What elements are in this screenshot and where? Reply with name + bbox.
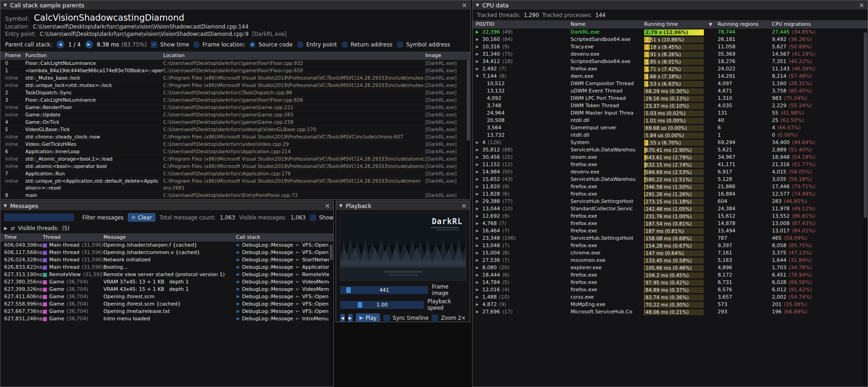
sync-timeline-checkbox[interactable]: Sync timeline bbox=[383, 315, 428, 321]
collapse-icon[interactable]: ▼ bbox=[4, 203, 7, 208]
expand-arrow-icon[interactable]: ▶ bbox=[476, 191, 480, 198]
zoom-2x-checkbox[interactable]: Zoom 2× bbox=[432, 315, 466, 321]
show-frame-checkbox[interactable]: Show frame bbox=[310, 214, 333, 221]
message-callstack[interactable]: ≡DebugLog::Message←VFS::Open bbox=[236, 308, 333, 315]
message-callstack[interactable]: ≡DebugLog::Message←RemoteViev bbox=[236, 271, 333, 278]
expand-arrow-icon[interactable]: ▶ bbox=[476, 257, 480, 264]
callstack-frame-row[interactable]: 7Application::RunC:\Users\wolf\Desktop\d… bbox=[0, 170, 470, 178]
callstack-frame-row[interactable]: inlinestd::chrono::steady_clock::nowC:\P… bbox=[0, 133, 470, 141]
expand-arrow-icon[interactable]: ▶ bbox=[476, 176, 480, 183]
cpu-process-row[interactable]: ▶27,536(7)msvsmon.exe133.45 ms (0.58%)5,… bbox=[473, 257, 868, 264]
message-row[interactable]: 627,411,606nsGame(36,704)Opening /forest… bbox=[0, 293, 333, 300]
cpu-process-row[interactable]: ▶34,412(18)ScriptedSandbox64.exe1.85 s (… bbox=[473, 58, 868, 65]
cpu-process-row[interactable]: ▶13,044(10)StandardCollector.Servic242.4… bbox=[473, 205, 868, 213]
callstack-frame-row[interactable]: 6Application::InnerLoopC:\Users\wolf\Des… bbox=[0, 148, 470, 156]
column-pid-tid[interactable]: PID/TID bbox=[476, 20, 571, 29]
callstack-frame-row[interactable]: inlinestd::unique_lock<std::mutex>::lock… bbox=[0, 82, 470, 89]
cpu-process-row[interactable]: ▶8,080(20)explorer.exe105.66 ms (0.46%)4… bbox=[473, 264, 868, 271]
expand-arrow-icon[interactable]: ▶ bbox=[476, 146, 480, 154]
next-parent-button[interactable]: ▶ bbox=[85, 40, 93, 48]
radio-entry-point[interactable]: Entry point bbox=[297, 41, 337, 48]
expand-arrow-icon[interactable]: ▶ bbox=[476, 198, 480, 205]
expand-arrow-icon[interactable]: ▶ bbox=[476, 227, 480, 235]
play-button[interactable]: ▶ Play bbox=[356, 313, 380, 322]
expand-arrow-icon[interactable]: ▶ bbox=[476, 286, 480, 294]
expand-arrow-icon[interactable]: ▶ bbox=[476, 235, 480, 242]
column-running-time[interactable]: Running time ▼ bbox=[644, 20, 718, 29]
cpu-process-row[interactable]: ▶10,316(9)Tracy.exe2.18 s (9.45%)11,0585… bbox=[473, 43, 868, 51]
cpu-process-row[interactable]: ▶11,152(12)firefox.exe632.15 ms (2.74%)4… bbox=[473, 161, 868, 168]
expand-arrow-icon[interactable]: ▶ bbox=[476, 294, 480, 301]
cpu-process-row[interactable]: ▶14,984(50)devenv.exe584.69 ms (2.53%)6,… bbox=[473, 168, 868, 176]
expand-arrow-icon[interactable]: ▶ bbox=[476, 51, 480, 58]
cpu-thread-row[interactable]: 13,132uDWM Event Thread68.29 ms (0.30%)4… bbox=[473, 87, 868, 95]
playback-speed-slider[interactable]: 1.00 bbox=[340, 301, 424, 309]
cpu-thread-row[interactable]: 4,092DWM LPC Port Thread29.16 ms (0.13%)… bbox=[473, 95, 868, 102]
cpu-process-row[interactable]: ▶14,784(5)firefox.exe97.95 ms (0.42%)6,7… bbox=[473, 279, 868, 286]
expand-arrow-icon[interactable]: ▶ bbox=[476, 58, 480, 65]
cpu-process-row[interactable]: ▶1,488(10)csrss.exe83.74 ms (0.36%)3,657… bbox=[473, 294, 868, 301]
expand-arrow-icon[interactable]: ▶ bbox=[476, 271, 480, 279]
callstack-frame-row[interactable]: inlinestd::atomic<bool>::operator boolC:… bbox=[0, 163, 470, 170]
cpu-process-row[interactable]: ▶4,872(9)MsMpEng.exe70.22 ms (0.30%)5732… bbox=[473, 301, 868, 308]
visible-threads-row[interactable]: ▶ ⇄ Visible threads: (5) bbox=[0, 224, 333, 233]
close-icon[interactable]: × bbox=[462, 2, 467, 8]
cpu-process-row[interactable]: ▶15,004(8)chrome.exe147 ms (0.64%)7,1613… bbox=[473, 249, 868, 257]
radio-return-address[interactable]: Return address bbox=[342, 41, 393, 48]
expand-arrow-icon[interactable]: ▶ bbox=[476, 168, 480, 176]
message-callstack[interactable]: ≡DebugLog::Message←VFS::Open bbox=[236, 300, 333, 308]
cpu-process-row[interactable]: ▼7,144(8)dwm.exe1.66 s (7.18%)14,2918,21… bbox=[473, 73, 868, 80]
collapse-icon[interactable]: ▼ bbox=[4, 3, 7, 7]
message-row[interactable]: 626,024,328nsMain thread(31,596)Network … bbox=[0, 256, 333, 264]
column-cpu-migrations[interactable]: CPU migrations bbox=[772, 20, 868, 29]
prev-parent-button[interactable]: ◀ bbox=[57, 40, 64, 48]
message-row[interactable]: 627,667,736nsGame(36,704)Opening /meta/r… bbox=[0, 308, 333, 315]
message-callstack[interactable]: ≡DebugLog::Message←VFS::Open bbox=[236, 249, 333, 256]
collapse-arrow-icon[interactable]: ▼ bbox=[476, 73, 480, 80]
callstack-frame-row[interactable]: inlineGame::UpdateC:\Users\wolf\Desktop\… bbox=[0, 111, 470, 119]
cpu-process-row[interactable]: ▶27,696(17)Microsoft.ServiceHub.Co48.06 … bbox=[473, 308, 868, 316]
callstack-frame-row[interactable]: 5VideoGLBase::TickC:\Users\wolf\Desktop\… bbox=[0, 126, 470, 133]
expand-arrow-icon[interactable]: ▶ bbox=[476, 242, 480, 249]
cpu-process-row[interactable]: ▶11,820(9)firefox.exe346.58 ms (1.50%)21… bbox=[473, 183, 868, 191]
cpu-process-row[interactable]: ▶15,652(43)ServiceHub.DataWarehou580.22 … bbox=[473, 176, 868, 183]
message-row[interactable]: 627,313,190nsRemoteView(31,392)Remote vi… bbox=[0, 271, 333, 278]
callstack-frame-row[interactable]: inlineVideo::GetTicksHiResC:\Users\wolf\… bbox=[0, 141, 470, 148]
cpu-process-row[interactable]: ▶4,768(7)firefox.exe187.54 ms (0.81%)14,… bbox=[473, 220, 868, 227]
cpu-thread-row[interactable]: 20,508ntdll.dll1.01 ms (0.00%)4025(62.50… bbox=[473, 117, 868, 124]
cpu-process-row[interactable]: ▶22,396(49)DarkRL.exe2.79 s (12.06%)78,7… bbox=[473, 29, 868, 36]
message-row[interactable]: 626,833,622nsMain thread(31,596)Booting.… bbox=[0, 264, 333, 271]
cpu-process-row[interactable]: ▶23,348(106)ServiceHub.SettingsHost158.0… bbox=[473, 235, 868, 242]
expand-arrow-icon[interactable]: ▶ bbox=[476, 139, 480, 146]
cpu-process-row[interactable]: ▶13,048(7)firefox.exe154.28 ms (0.67%)9,… bbox=[473, 242, 868, 249]
callstack-frame-row[interactable]: 2TaskDispatch::SyncC:\Users\wolf\Desktop… bbox=[0, 89, 470, 97]
cpu-process-row[interactable]: ▶30,456(25)steam.exe643.61 ms (2.79%)34,… bbox=[473, 154, 868, 161]
expand-arrow-icon[interactable]: ▶ bbox=[476, 43, 480, 51]
expand-arrow-icon[interactable]: ▶ bbox=[476, 154, 480, 161]
column-name[interactable]: Name bbox=[571, 20, 644, 29]
expand-arrow-icon[interactable]: ▶ bbox=[4, 226, 7, 231]
cpu-thread-row[interactable]: 3,748DWM Token Thread23.37 ms (0.10%)4,0… bbox=[473, 102, 868, 110]
message-callstack[interactable]: ≡DebugLog::Message←VFS::Open bbox=[236, 293, 333, 300]
cpu-thread-row[interactable]: 3,564GameInput server69.68 us (0.00%)64(… bbox=[473, 124, 868, 132]
messages-scrollbar[interactable] bbox=[329, 242, 333, 387]
callstack-scrollbar[interactable] bbox=[466, 60, 470, 199]
collapse-icon[interactable]: ▼ bbox=[339, 203, 343, 208]
callstack-frame-row[interactable]: inlinestd::_Atomic_storage<bool,1>::load… bbox=[0, 156, 470, 163]
next-frame-button[interactable]: ▶ bbox=[348, 314, 353, 322]
cpu-process-row[interactable]: ▶12,692(9)firefox.exe231.76 ms (1.00%)15… bbox=[473, 213, 868, 220]
expand-arrow-icon[interactable]: ▶ bbox=[476, 183, 480, 191]
message-callstack[interactable]: ≡DebugLog::Message←VideoMemo bbox=[236, 286, 333, 293]
expand-arrow-icon[interactable]: ▶ bbox=[476, 220, 480, 227]
expand-arrow-icon[interactable]: ▶ bbox=[476, 308, 480, 316]
callstack-frame-row[interactable]: inlinestd::_Mutex_base::lockC:\Program F… bbox=[0, 75, 470, 82]
callstack-frame-row[interactable]: 4Game::OnTickC:\Users\wolf\Desktop\darkr… bbox=[0, 119, 470, 126]
close-icon[interactable]: × bbox=[461, 202, 467, 209]
cpu-process-row[interactable]: ▶35,812(88)ServiceHub.DataWarehou670.41 … bbox=[473, 146, 868, 154]
expand-arrow-icon[interactable]: ▶ bbox=[476, 29, 480, 36]
show-time-checkbox[interactable]: Show time bbox=[151, 41, 189, 48]
column-running-regions[interactable]: Running regions bbox=[718, 20, 772, 29]
message-callstack[interactable]: ≡DebugLog::Message←Application: bbox=[236, 264, 333, 271]
message-callstack[interactable]: ≡DebugLog::Message←VideoMemo bbox=[236, 278, 333, 286]
expand-arrow-icon[interactable]: ▶ bbox=[476, 205, 480, 213]
